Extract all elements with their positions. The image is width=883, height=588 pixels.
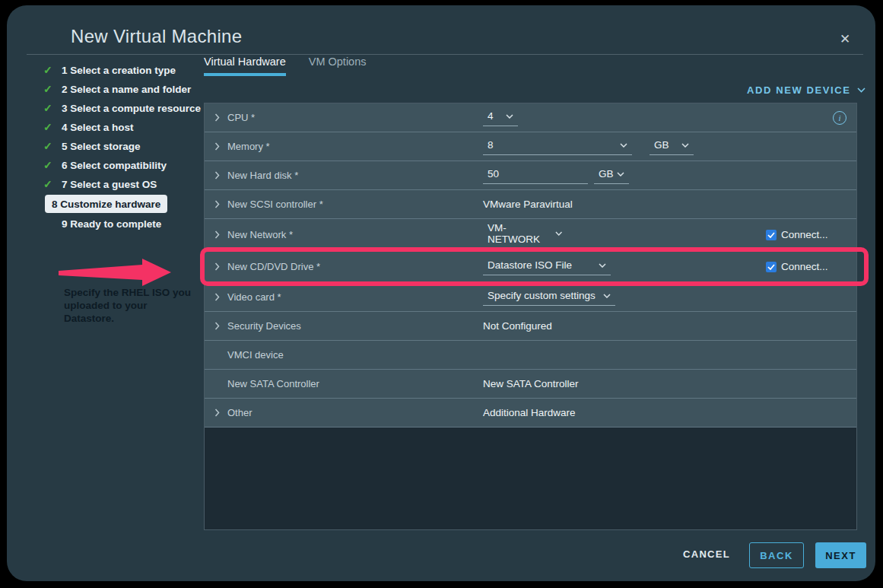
network-connect-checkbox[interactable]: Connect... (766, 229, 828, 240)
step-label: 5 Select storage (62, 141, 141, 152)
row-label: Security Devices (227, 320, 483, 332)
step-label: 9 Ready to complete (62, 218, 161, 230)
sata-controller-value: New SATA Controller (483, 378, 579, 389)
step-label: 1 Select a creation type (62, 65, 176, 76)
chevron-right-icon[interactable] (214, 142, 227, 151)
chevron-down-icon (599, 263, 606, 268)
step-2[interactable]: ✓ 2 Select a name and folder (43, 81, 202, 97)
scsi-controller-value: VMware Paravirtual (483, 199, 573, 210)
check-icon: ✓ (43, 140, 56, 152)
network-select[interactable]: VM-NETWORK (483, 221, 567, 250)
row-label: New SATA Controller (227, 378, 483, 389)
row-sata-controller[interactable]: New SATA Controller New SATA Controller (205, 370, 856, 399)
chevron-down-icon (857, 87, 866, 93)
annotation-note: Specify the RHEL ISO you uploaded to you… (64, 287, 195, 326)
row-other[interactable]: Other Additional Hardware (205, 399, 856, 427)
row-label: CPU * (227, 112, 483, 123)
network-value: VM-NETWORK (488, 222, 555, 245)
memory-value: 8 (488, 139, 494, 151)
row-label: Video card * (227, 291, 483, 303)
row-cpu[interactable]: CPU * 4 i (205, 103, 856, 132)
row-label: Other (227, 407, 483, 418)
memory-unit-select[interactable]: GB (650, 138, 694, 155)
tab-vm-options[interactable]: VM Options (309, 56, 367, 76)
step-8-active[interactable]: 8 Customize hardware (45, 195, 167, 213)
step-4[interactable]: ✓ 4 Select a host (43, 119, 202, 135)
chevron-right-icon[interactable] (214, 408, 227, 417)
step-6[interactable]: ✓ 6 Select compatibility (43, 157, 202, 173)
step-label: 4 Select a host (62, 122, 134, 133)
check-icon: ✓ (43, 159, 56, 171)
cancel-button[interactable]: CANCEL (683, 548, 730, 560)
check-icon: ✓ (43, 83, 56, 95)
row-video-card[interactable]: Video card * Specify custom settings (205, 283, 856, 312)
check-icon: ✓ (43, 121, 56, 133)
row-cd-dvd-drive[interactable]: New CD/DVD Drive * Datastore ISO File Co… (205, 251, 856, 283)
dialog-title: New Virtual Machine (71, 26, 242, 47)
chevron-down-icon (603, 294, 611, 298)
chevron-down-icon (681, 143, 689, 148)
step-9[interactable]: 9 Ready to complete (43, 215, 202, 232)
check-icon: ✓ (43, 64, 56, 76)
chevron-right-icon[interactable] (214, 113, 227, 122)
hard-disk-unit: GB (599, 168, 614, 180)
content-tabs: Virtual Hardware VM Options (204, 56, 366, 76)
cd-dvd-source-value: Datastore ISO File (488, 259, 572, 271)
add-new-device-label: ADD NEW DEVICE (747, 84, 851, 96)
chevron-right-icon[interactable] (214, 322, 227, 330)
close-icon[interactable]: ✕ (834, 28, 856, 49)
chevron-down-icon (506, 114, 513, 119)
back-button[interactable]: BACK (749, 542, 804, 568)
chevron-right-icon[interactable] (214, 293, 227, 301)
chevron-right-icon[interactable] (214, 171, 227, 180)
cd-dvd-connect-checkbox[interactable]: Connect... (766, 261, 828, 272)
chevron-right-icon[interactable] (214, 262, 227, 271)
cpu-select[interactable]: 4 (483, 109, 518, 126)
memory-select[interactable]: 8 (483, 138, 632, 155)
step-label: 2 Select a name and folder (62, 84, 191, 95)
add-new-device-button[interactable]: ADD NEW DEVICE (747, 84, 866, 96)
connect-label: Connect... (781, 261, 828, 272)
row-label: Memory * (227, 141, 483, 152)
chevron-right-icon[interactable] (214, 200, 227, 208)
chevron-right-icon[interactable] (214, 230, 227, 239)
step-1[interactable]: ✓ 1 Select a creation type (43, 62, 202, 78)
check-icon: ✓ (43, 102, 56, 114)
hard-disk-size-input[interactable]: 50 (483, 167, 588, 184)
cd-dvd-source-select[interactable]: Datastore ISO File (483, 258, 611, 275)
row-security-devices[interactable]: Security Devices Not Configured (205, 312, 856, 341)
cpu-value: 4 (488, 110, 494, 122)
row-scsi-controller[interactable]: New SCSI controller * VMware Paravirtual (205, 190, 856, 219)
step-label: 7 Select a guest OS (62, 179, 157, 190)
row-network[interactable]: New Network * VM-NETWORK Connect... (205, 219, 856, 251)
security-devices-value: Not Configured (483, 320, 552, 332)
hard-disk-size-value: 50 (488, 168, 499, 180)
step-label: 3 Select a compute resource (62, 103, 201, 114)
tab-virtual-hardware[interactable]: Virtual Hardware (204, 56, 286, 76)
virtual-hardware-table: CPU * 4 i Memory * 8 (204, 103, 857, 530)
row-hard-disk[interactable]: New Hard disk * 50 GB (205, 161, 856, 190)
checkbox-checked-icon[interactable] (766, 262, 777, 272)
step-5[interactable]: ✓ 5 Select storage (43, 138, 202, 154)
chevron-down-icon (617, 172, 624, 176)
row-memory[interactable]: Memory * 8 GB (205, 132, 856, 161)
video-card-select[interactable]: Specify custom settings (483, 288, 615, 306)
chevron-down-icon (555, 231, 562, 236)
step-3[interactable]: ✓ 3 Select a compute resource (43, 100, 202, 116)
step-label: 8 Customize hardware (52, 199, 160, 210)
info-icon[interactable]: i (833, 111, 846, 125)
title-divider (27, 54, 863, 55)
checkbox-checked-icon[interactable] (766, 230, 777, 240)
chevron-down-icon (620, 143, 627, 148)
screen: New Virtual Machine ✕ ✓ 1 Select a creat… (0, 0, 883, 588)
annotation-arrow-icon (59, 258, 173, 288)
row-label: New Network * (227, 229, 483, 240)
row-label: New CD/DVD Drive * (227, 261, 483, 272)
step-7[interactable]: ✓ 7 Select a guest OS (43, 176, 202, 192)
connect-label: Connect... (781, 229, 828, 240)
next-button[interactable]: NEXT (815, 542, 866, 568)
row-vmci-device[interactable]: VMCI device (205, 341, 856, 370)
check-icon: ✓ (43, 178, 56, 190)
hard-disk-unit-select[interactable]: GB (594, 167, 629, 184)
memory-unit: GB (654, 139, 669, 151)
